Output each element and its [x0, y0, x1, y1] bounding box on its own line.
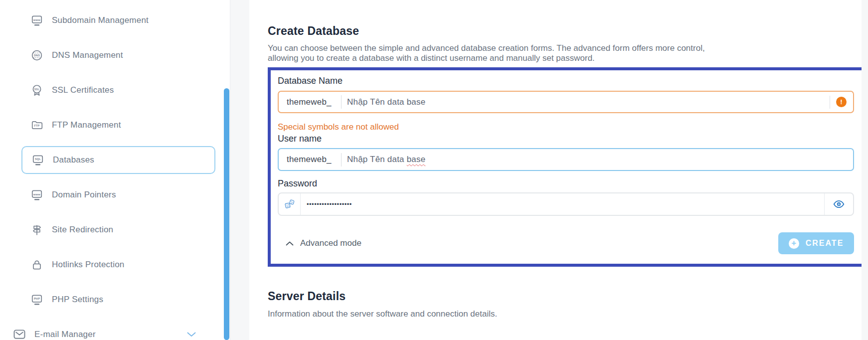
database-name-placeholder: Nhập Tên data base: [342, 97, 425, 107]
create-database-form: Database Name themeweb_ Nhập Tên data ba…: [268, 67, 862, 267]
databases-page: www Subdomain Management DNS DNS Managem…: [0, 0, 868, 340]
monitor-sql-icon: SQL: [31, 154, 45, 167]
sidebar-item-label: SSL Certificates: [52, 85, 114, 95]
description-line-1: You can choose between the simple and ad…: [268, 43, 862, 53]
database-name-prefix: themeweb_: [279, 97, 341, 107]
database-name-input[interactable]: themeweb_ Nhập Tên data base !: [278, 91, 854, 113]
svg-text:SSL: SSL: [34, 88, 39, 91]
sidebar-item-label: Domain Pointers: [52, 190, 116, 200]
sidebar-item-label: DNS Management: [52, 50, 123, 60]
exclamation-glyph: !: [840, 98, 842, 106]
monitor-www-icon: www: [30, 188, 44, 201]
eye-icon: [833, 198, 845, 210]
user-name-value-text: Nhập Tên data: [347, 155, 407, 164]
input-divider: [830, 96, 830, 109]
sidebar-item-databases[interactable]: SQL Databases: [21, 146, 215, 174]
section-description: You can choose between the simple and ad…: [268, 43, 862, 63]
user-name-prefix: themeweb_: [279, 155, 341, 165]
ftp-folder-icon: FTP: [30, 119, 44, 132]
plus-glyph: +: [791, 239, 796, 247]
chevron-up-icon: [286, 241, 294, 246]
input-divider: [300, 193, 301, 215]
svg-text:www: www: [33, 18, 41, 21]
sidebar-item-site-redirection[interactable]: Site Redirection: [0, 212, 230, 247]
sidebar: www Subdomain Management DNS DNS Managem…: [0, 0, 230, 340]
sidebar-item-php-settings[interactable]: PHP PHP Settings: [0, 282, 230, 317]
create-database-section: Create Database You can choose between t…: [268, 24, 862, 267]
monitor-php-icon: PHP: [30, 293, 44, 306]
dice-icon: [284, 199, 295, 210]
lock-icon: [30, 258, 44, 271]
chevron-down-icon: [187, 332, 196, 337]
plus-icon: +: [789, 238, 799, 249]
svg-text:www: www: [33, 193, 41, 196]
svg-text:PHP: PHP: [34, 297, 40, 300]
validation-error-message: Special symbols are not allowed: [278, 122, 854, 132]
main-content: Create Database You can choose between t…: [249, 0, 862, 340]
sidebar-item-label: FTP Management: [52, 120, 121, 130]
signpost-icon: [30, 223, 44, 236]
server-details-title: Server Details: [268, 290, 862, 303]
description-line-2: allowing you to create a database with a…: [268, 53, 862, 63]
toggle-password-visibility-button[interactable]: [825, 198, 853, 210]
user-name-misspelled-word: base: [407, 155, 426, 164]
create-button-label: CREATE: [806, 239, 844, 248]
sidebar-item-label: Site Redirection: [52, 225, 113, 235]
password-masked-value: ••••••••••••••••••: [307, 200, 352, 208]
sidebar-item-email-manager[interactable]: E-mail Manager: [0, 317, 230, 340]
ssl-badge-icon: SSL: [30, 84, 44, 97]
sidebar-item-hotlinks-protection[interactable]: Hotlinks Protection: [0, 247, 230, 282]
server-details-description: Information about the server software an…: [268, 309, 862, 319]
sidebar-item-label: Subdomain Management: [52, 15, 149, 25]
database-name-label: Database Name: [278, 75, 854, 86]
sidebar-item-domain-pointers[interactable]: www Domain Pointers: [0, 177, 230, 212]
server-details-section: Server Details Information about the ser…: [268, 290, 862, 319]
advanced-mode-label: Advanced mode: [300, 238, 361, 248]
globe-dns-icon: DNS: [30, 49, 44, 62]
svg-text:DNS: DNS: [34, 54, 40, 57]
password-label: Password: [278, 178, 854, 189]
envelope-icon: [12, 328, 26, 340]
password-input[interactable]: ••••••••••••••••••: [278, 192, 854, 216]
sidebar-item-label: E-mail Manager: [34, 330, 96, 340]
sidebar-item-ssl-certificates[interactable]: SSL SSL Certificates: [0, 73, 230, 108]
page-title: Create Database: [268, 24, 862, 37]
sidebar-nav: www Subdomain Management DNS DNS Managem…: [0, 0, 230, 340]
user-name-input[interactable]: themeweb_ Nhập Tên data base: [278, 148, 854, 171]
error-icon: !: [836, 97, 847, 107]
sidebar-item-dns-management[interactable]: DNS DNS Management: [0, 38, 230, 73]
sidebar-item-label: PHP Settings: [52, 295, 103, 305]
form-footer: Advanced mode + CREATE: [278, 232, 854, 254]
monitor-www-icon: www: [30, 14, 44, 27]
svg-text:FTP: FTP: [34, 124, 40, 127]
sidebar-item-label: Hotlinks Protection: [52, 260, 125, 270]
user-name-label: User name: [278, 133, 854, 144]
user-name-value: Nhập Tên data base: [342, 155, 425, 165]
sidebar-item-ftp-management[interactable]: FTP FTP Management: [0, 108, 230, 143]
advanced-mode-toggle[interactable]: Advanced mode: [286, 238, 361, 248]
sidebar-item-label: Databases: [53, 155, 94, 165]
create-button[interactable]: + CREATE: [778, 232, 854, 254]
sidebar-scrollbar-thumb[interactable]: [224, 88, 229, 340]
sidebar-item-subdomain-management[interactable]: www Subdomain Management: [0, 3, 230, 38]
generate-password-button[interactable]: [279, 199, 300, 210]
svg-text:SQL: SQL: [35, 158, 41, 161]
